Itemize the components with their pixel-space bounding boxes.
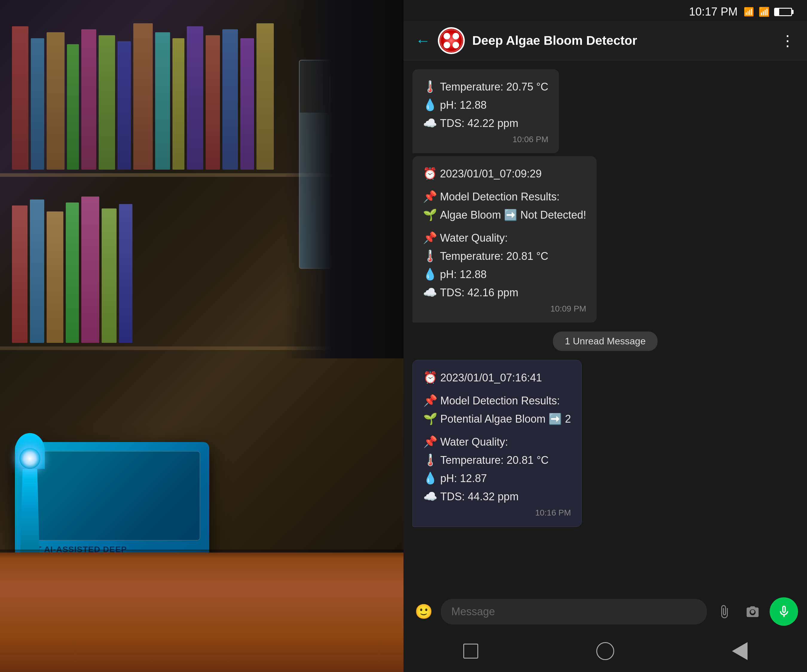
droplet-emoji: 💧	[423, 96, 437, 114]
pin-emoji: 📌	[423, 188, 437, 205]
msg-text: pH: 12.88	[440, 266, 487, 283]
message-placeholder: Message	[451, 606, 495, 617]
msg-text: TDS: 42.16 ppm	[440, 285, 518, 301]
msg-line: 🌱 Potential Algae Bloom ➡️ 2	[423, 410, 571, 427]
message-bubble-3: ⏰ 2023/01/01_07:16:41 📌 Model Detection …	[412, 360, 582, 527]
msg-text: Temperature: 20.81 °C	[440, 248, 548, 264]
msg-text: 2023/01/01_07:09:29	[440, 166, 541, 182]
msg-text: TDS: 44.32 ppm	[440, 488, 518, 505]
msg-text: Temperature: 20.81 °C	[440, 452, 549, 468]
droplet-emoji-2: 💧	[423, 266, 437, 283]
camera-button[interactable]	[741, 600, 764, 623]
msg-line: 📌 Model Detection Results:	[423, 188, 586, 205]
msg-text: Temperature: 20.75 °C	[440, 79, 548, 95]
nav-back-button[interactable]	[728, 639, 752, 663]
bot-avatar-inner	[439, 29, 463, 53]
nav-square-button[interactable]	[459, 639, 483, 663]
nav-square-icon	[463, 644, 478, 659]
chat-input-area: 🙂 Message	[404, 590, 807, 633]
msg-line: ⏰ 2023/01/01_07:09:29	[423, 165, 586, 182]
msg-text: 2023/01/01_07:16:41	[440, 370, 542, 386]
thermometer-emoji: 🌡️	[423, 78, 437, 95]
msg-line: ☁️ TDS: 44.32 ppm	[423, 488, 571, 505]
cloud-emoji: ☁️	[423, 115, 437, 132]
thermometer-emoji-2: 🌡️	[423, 248, 437, 265]
header-title: Deep Algae Bloom Detector	[472, 33, 773, 48]
msg-text: TDS: 42.22 ppm	[440, 115, 518, 131]
mic-button[interactable]	[770, 598, 798, 626]
msg-line: 🌡️ Temperature: 20.81 °C	[423, 452, 571, 468]
emoji-button[interactable]: 🙂	[412, 600, 435, 623]
msg-line: 📌 Water Quality:	[423, 229, 586, 247]
seedling-emoji: 🌱	[423, 206, 437, 223]
droplet-emoji-3: 💧	[423, 470, 437, 487]
wifi-icon: 📶	[759, 7, 770, 17]
nav-circle-icon	[596, 642, 614, 660]
msg-text: Water Quality:	[440, 230, 508, 246]
message-bubble-2: ⏰ 2023/01/01_07:09:29 📌 Model Detection …	[412, 156, 596, 323]
attach-button[interactable]	[713, 600, 735, 623]
cloud-emoji-2: ☁️	[423, 284, 437, 301]
sim-icon: 📶	[744, 7, 754, 17]
back-button[interactable]: ←	[415, 32, 430, 49]
clock-emoji-3: ⏰	[423, 369, 437, 386]
chat-header: ← Deep Algae Bloom Detector ⋮	[404, 21, 807, 60]
battery-icon	[774, 8, 792, 16]
message-input[interactable]: Message	[441, 599, 707, 624]
status-icons: 📶 📶	[744, 7, 792, 17]
clock-emoji: ⏰	[423, 165, 437, 182]
msg-line: 📌 Model Detection Results:	[423, 392, 571, 409]
pin-emoji-3: 📌	[423, 392, 437, 409]
msg-line: 🌡️ Temperature: 20.81 °C	[423, 248, 586, 265]
nav-back-icon	[732, 642, 747, 660]
message-time: 10:06 PM	[423, 135, 548, 144]
chat-messages: 🌡️ Temperature: 20.75 °C 💧 pH: 12.88 ☁️ …	[404, 60, 807, 590]
bot-avatar	[438, 27, 465, 54]
thermometer-emoji-3: 🌡️	[423, 452, 437, 468]
message-time-3: 10:16 PM	[423, 508, 571, 518]
more-button[interactable]: ⋮	[780, 32, 795, 49]
message-bubble-1: 🌡️ Temperature: 20.75 °C 💧 pH: 12.88 ☁️ …	[412, 69, 559, 153]
unread-divider: 1 Unread Message	[412, 331, 798, 351]
status-time: 10:17 PM	[689, 5, 738, 18]
msg-text: Algae Bloom ➡️ Not Detected!	[440, 207, 586, 223]
message-time-2: 10:09 PM	[423, 304, 586, 314]
msg-line: 📌 Water Quality:	[423, 434, 571, 450]
msg-text: Water Quality:	[440, 434, 508, 450]
pin-emoji-4: 📌	[423, 434, 437, 450]
msg-line: 💧 pH: 12.88	[423, 96, 548, 114]
nav-home-button[interactable]	[593, 639, 617, 663]
msg-text: Model Detection Results:	[440, 189, 560, 205]
msg-text: Model Detection Results:	[440, 393, 560, 409]
msg-line: ⏰ 2023/01/01_07:16:41	[423, 369, 571, 386]
status-bar: 10:17 PM 📶 📶	[404, 0, 807, 21]
photo-panel: IoT AI-ASSISTED DEEPALGAE BLOOM DETECTOR…	[0, 0, 404, 672]
msg-text: Potential Algae Bloom ➡️ 2	[440, 411, 571, 427]
pin-emoji-2: 📌	[423, 229, 437, 247]
msg-line: ☁️ TDS: 42.16 ppm	[423, 284, 586, 301]
msg-line: 💧 pH: 12.87	[423, 470, 571, 487]
cloud-emoji-3: ☁️	[423, 488, 437, 505]
msg-line: 💧 pH: 12.88	[423, 266, 586, 283]
seedling-emoji-3: 🌱	[423, 410, 437, 427]
msg-line: ☁️ TDS: 42.22 ppm	[423, 115, 548, 132]
msg-line: 🌱 Algae Bloom ➡️ Not Detected!	[423, 206, 586, 223]
msg-line: 🌡️ Temperature: 20.75 °C	[423, 78, 548, 95]
chat-panel: 10:17 PM 📶 📶 ← Deep Algae Bl	[404, 0, 807, 672]
msg-text: pH: 12.87	[440, 470, 487, 487]
msg-text: pH: 12.88	[440, 97, 487, 113]
unread-badge: 1 Unread Message	[553, 331, 658, 351]
nav-bar	[404, 633, 807, 672]
